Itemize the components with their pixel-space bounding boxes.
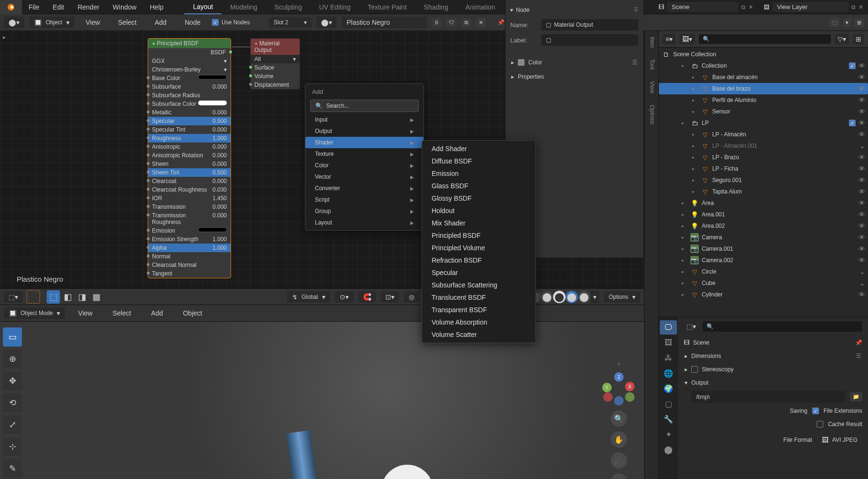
- tab-options[interactable]: Options: [645, 99, 658, 130]
- visibility-icon[interactable]: 👁: [858, 176, 865, 184]
- neg-z-axis[interactable]: [614, 396, 624, 406]
- tree-row[interactable]: ▸▽LP - Ficha👁: [659, 163, 868, 174]
- neg-y-axis[interactable]: [625, 392, 635, 402]
- menu-edit[interactable]: Edit: [46, 0, 71, 14]
- add-menu-color[interactable]: Color▶: [305, 160, 424, 171]
- shader-volume-scatter[interactable]: Volume Scatter: [422, 328, 535, 341]
- select-box-icon[interactable]: [27, 290, 40, 304]
- vp-menu-add[interactable]: Add: [144, 306, 170, 320]
- visibility-icon[interactable]: 👁: [858, 131, 865, 138]
- pin-icon[interactable]: 📌: [855, 339, 862, 346]
- tree-row[interactable]: ▸▽Perfil de Aluminio👁: [659, 94, 868, 106]
- visibility-icon[interactable]: 👁: [858, 234, 865, 241]
- add-menu-vector[interactable]: Vector▶: [305, 171, 424, 183]
- workspace-tab-animation[interactable]: Animation: [457, 0, 504, 14]
- target-dropdown[interactable]: All▾: [251, 55, 300, 63]
- tree-row[interactable]: ▸📷Camera👁: [659, 232, 868, 243]
- snap-options-icon[interactable]: ▾: [843, 18, 851, 27]
- tree-root[interactable]: 🗋Scene Collection: [659, 49, 868, 60]
- viewlayer-name-field[interactable]: View Layer: [772, 2, 848, 12]
- orientation-dropdown[interactable]: ↯ Global ▾: [287, 291, 330, 303]
- editor-type-selector[interactable]: ⬤▾: [4, 17, 24, 28]
- scale-tool[interactable]: ⤢: [3, 415, 22, 434]
- node-menu-view[interactable]: View: [79, 15, 107, 30]
- visibility-icon[interactable]: 👁: [858, 199, 865, 207]
- tree-row[interactable]: ▸▽LP - Brazo👁: [659, 152, 868, 163]
- cache-checkbox[interactable]: [817, 421, 823, 428]
- breadcrumb-arrow-icon[interactable]: ▸: [3, 34, 6, 41]
- overlay-icon[interactable]: ⊞: [854, 18, 864, 27]
- disclosure-icon[interactable]: ▸: [682, 63, 687, 68]
- rotate-tool[interactable]: ⟲: [3, 393, 22, 412]
- filter-icon[interactable]: ▽▾: [835, 34, 849, 44]
- disclosure-icon[interactable]: ▸: [682, 235, 687, 240]
- tree-row[interactable]: ▸▽Cube⌄: [659, 277, 868, 289]
- node-param-subsurface[interactable]: Subsurface0.000: [148, 82, 231, 91]
- node-menu-select[interactable]: Select: [111, 15, 143, 30]
- pivot-dropdown[interactable]: ⊙▾: [335, 291, 353, 303]
- zoom-icon[interactable]: 🔍: [611, 410, 627, 427]
- proportional-icon[interactable]: ◎: [404, 291, 419, 303]
- tree-row[interactable]: ▸▽Base del brazo👁: [659, 83, 868, 94]
- disclosure-icon[interactable]: ▸: [682, 258, 687, 263]
- y-axis[interactable]: Y: [602, 383, 612, 392]
- disclosure-icon[interactable]: ▸: [682, 201, 687, 205]
- sss-method-dropdown[interactable]: Christensen-Burley▾: [148, 65, 231, 74]
- menu-file[interactable]: File: [22, 0, 46, 14]
- viewport-options[interactable]: Options ▾: [604, 291, 640, 303]
- npanel-toggle-icon[interactable]: ‹: [618, 360, 620, 367]
- tab-physics-icon[interactable]: ⬤: [660, 442, 677, 457]
- stereoscopy-panel[interactable]: ▸Stereoscopy: [684, 364, 862, 375]
- scene-browse-icon[interactable]: 🎞: [658, 4, 664, 10]
- viewlayer-close-icon[interactable]: ✕: [858, 4, 863, 10]
- tab-object-icon[interactable]: ▢: [660, 397, 677, 411]
- shader-translucent-bsdf[interactable]: Translucent BSDF: [422, 291, 535, 304]
- node-param-anisotropic[interactable]: Anisotropic0.000: [148, 143, 231, 151]
- disclosure-icon[interactable]: ▸: [692, 166, 698, 171]
- tab-render-icon[interactable]: 🖵: [660, 320, 677, 335]
- rendered-shading-icon[interactable]: ⬤: [578, 291, 590, 303]
- shading-options-icon[interactable]: ▾: [590, 291, 599, 303]
- node-param-emission[interactable]: Emission: [148, 226, 231, 235]
- shader-refraction-bsdf[interactable]: Refraction BSDF: [422, 254, 535, 266]
- outliner-search[interactable]: 🔍: [699, 34, 831, 44]
- outliner-tree[interactable]: 🗋Scene Collection ▸🗀Collection✓👁▸▽Base d…: [659, 48, 868, 317]
- shader-glossy-bsdf[interactable]: Glossy BSDF: [422, 192, 535, 204]
- workspace-tab-modeling[interactable]: Modeling: [222, 0, 266, 14]
- tab-output-icon[interactable]: 🖼: [660, 336, 677, 350]
- tree-row[interactable]: ▸▽Seguro.001👁: [659, 174, 868, 186]
- visibility-icon[interactable]: 👁: [858, 222, 865, 230]
- properties-panel-toggle[interactable]: ▸Properties: [510, 71, 638, 82]
- viewlayer-icon[interactable]: 🖼: [764, 4, 769, 10]
- props-search-input[interactable]: 🔍: [703, 321, 862, 332]
- add-menu-layout[interactable]: Layout▶: [305, 217, 424, 228]
- output-path-input[interactable]: /tmp\: [691, 391, 845, 403]
- annotate-tool[interactable]: ✎: [3, 459, 22, 478]
- material-browse-icon[interactable]: ⬤▾: [316, 17, 337, 28]
- select-sub-icon[interactable]: ▦: [90, 290, 103, 304]
- visibility-icon[interactable]: 👁: [858, 291, 865, 298]
- neg-x-axis[interactable]: [603, 392, 613, 402]
- node-name-input[interactable]: ▢Material Output: [541, 19, 638, 31]
- view-layer-icon[interactable]: 🖼▾: [679, 34, 695, 44]
- bsdf-output-socket[interactable]: BSDF: [148, 48, 231, 57]
- chevron-down-icon[interactable]: ⌄: [859, 279, 865, 287]
- select-invert-icon[interactable]: ◧: [61, 290, 74, 304]
- node-param-emission-strength[interactable]: Emission Strength1.000: [148, 235, 231, 244]
- tab-tool[interactable]: Tool: [645, 53, 658, 75]
- workspace-tab-layout[interactable]: Layout: [184, 0, 222, 14]
- node-param-specular[interactable]: Specular0.500: [148, 117, 231, 125]
- camera-view-icon[interactable]: 🎥: [611, 452, 627, 469]
- workspace-tab-texture-paint[interactable]: Texture Paint: [359, 0, 415, 14]
- node-param-ior[interactable]: IOR1.450: [148, 194, 231, 203]
- tree-row[interactable]: ▸💡Area.002👁: [659, 220, 868, 232]
- collection-checkbox[interactable]: ✓: [849, 62, 856, 69]
- visibility-icon[interactable]: 👁: [858, 73, 865, 81]
- z-axis[interactable]: Z: [614, 372, 624, 382]
- visibility-icon[interactable]: 👁: [858, 119, 865, 127]
- disclosure-icon[interactable]: ▸: [682, 269, 687, 274]
- disclosure-icon[interactable]: ▸: [692, 155, 698, 160]
- disclosure-icon[interactable]: ▸: [692, 178, 698, 183]
- node-param-roughness[interactable]: Roughness1.000: [148, 134, 231, 143]
- tree-row[interactable]: ▸▽Sensor👁: [659, 106, 868, 117]
